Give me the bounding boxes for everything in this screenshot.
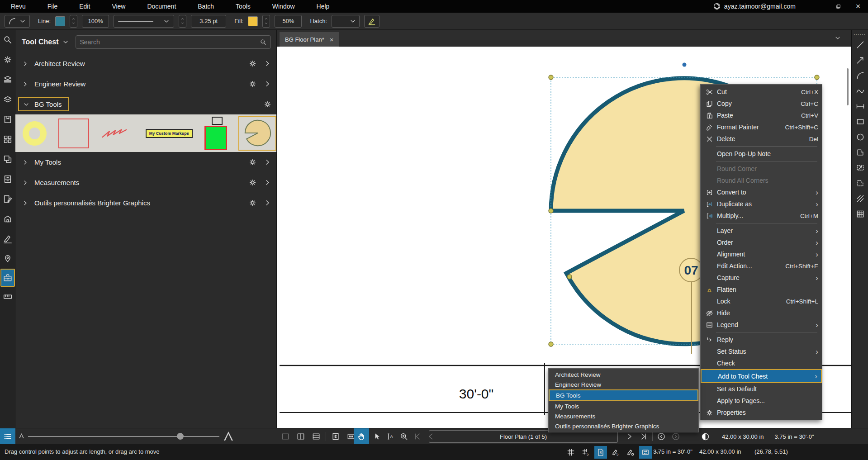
snap-hatch-icon[interactable] [624, 446, 637, 459]
tool-search[interactable] [76, 35, 271, 49]
fill-opacity-stepper[interactable] [262, 15, 270, 28]
panel-tab-thumbnails[interactable] [0, 129, 15, 149]
line-color-swatch[interactable] [55, 16, 65, 26]
markup-tool-arrow[interactable] [852, 52, 868, 68]
menu-item-capture[interactable]: Capture› [701, 272, 822, 284]
select-text-tool-button[interactable]: A [384, 431, 396, 442]
tool-red-polyline[interactable] [101, 127, 133, 140]
markup-tool-rectangle[interactable] [852, 114, 868, 129]
menu-item-set-as-default[interactable]: Set as Default [701, 383, 822, 395]
markup-tool-ellipse[interactable] [852, 129, 868, 145]
menu-item-lock[interactable]: LockCtrl+Shift+L [701, 295, 822, 307]
menu-item-alignment[interactable]: Alignment› [701, 248, 822, 260]
minimize-button[interactable]: — [808, 0, 828, 13]
calibrate-tool-button[interactable] [364, 15, 379, 28]
zoom-tool-button[interactable] [398, 431, 410, 442]
menu-item-hide[interactable]: Hide [701, 307, 822, 319]
menu-item-set-status[interactable]: Set Status› [701, 346, 822, 357]
select-tool-button[interactable] [371, 431, 383, 442]
panel-tab-calibrate[interactable] [0, 287, 15, 307]
menu-view[interactable]: View [101, 3, 136, 10]
panel-tab-studio[interactable] [0, 169, 15, 189]
pan-tool-button[interactable] [354, 428, 369, 445]
menu-item-reply[interactable]: Reply [701, 334, 822, 346]
submenu-item-my-tools[interactable]: My Tools [549, 401, 698, 411]
menu-item-add-to-tool-chest[interactable]: Add to Tool Chest› [701, 369, 822, 383]
gear-icon[interactable] [263, 100, 272, 109]
tool-set-my-tools[interactable]: My Tools [15, 152, 276, 172]
menu-item-format-painter[interactable]: Format PainterCtrl+Shift+C [701, 121, 822, 133]
menu-window[interactable]: Window [261, 3, 306, 10]
first-page-button[interactable] [412, 431, 423, 442]
opacity-slider-track[interactable] [28, 436, 219, 437]
submenu-item-bg-tools[interactable]: BG Tools [549, 389, 698, 401]
fill-opacity-value[interactable]: 50% [275, 15, 302, 28]
restore-button[interactable] [828, 0, 848, 13]
dark-mode-contrast-icon[interactable] [699, 431, 711, 442]
menu-item-copy[interactable]: CopyCtrl+C [701, 98, 822, 109]
tool-set-engineer-review[interactable]: Engineer Review [15, 74, 276, 94]
tool-set-bg-tools[interactable]: BG Tools [15, 94, 276, 114]
menu-item-layer[interactable]: Layer› [701, 225, 822, 237]
panel-tab-markup-summary[interactable] [0, 189, 15, 209]
tool-arc-pacman-selected[interactable] [238, 116, 276, 151]
gear-icon[interactable] [248, 80, 257, 88]
markup-tool-sketch[interactable] [852, 83, 868, 99]
hatch-dropdown[interactable] [332, 15, 360, 28]
tool-custom-markup-label[interactable]: My Custom Markups [146, 129, 193, 138]
snap-to-grid-icon[interactable]: 5 [579, 446, 592, 459]
chevron-down-icon[interactable] [62, 38, 69, 46]
markup-tool-arc[interactable] [852, 68, 868, 83]
menu-item-legend[interactable]: Legend› [701, 319, 822, 331]
fit-page-icon[interactable] [330, 431, 342, 442]
split-horizontal-view-icon[interactable] [310, 431, 322, 442]
account-info[interactable]: ayaz.taimoor@gmail.com [713, 2, 796, 10]
panel-tab-layers[interactable] [0, 90, 15, 109]
gear-icon[interactable] [248, 158, 257, 166]
fill-color-swatch[interactable] [248, 16, 258, 26]
menu-item-paste[interactable]: PasteCtrl+V [701, 109, 822, 121]
chevron-down-icon[interactable] [834, 34, 841, 42]
tool-yellow-ring[interactable] [23, 121, 47, 146]
panel-tab-places[interactable] [0, 249, 15, 269]
menu-edit[interactable]: Edit [68, 3, 101, 10]
gear-icon[interactable] [248, 199, 257, 207]
submenu-item-measurements[interactable]: Measurements [549, 411, 698, 421]
single-pane-view-icon[interactable] [280, 431, 291, 442]
chevron-right-icon[interactable] [263, 178, 272, 187]
markup-tool-capture-polygon[interactable] [852, 175, 868, 191]
panel-tab-bookmarks[interactable] [0, 109, 15, 129]
menu-item-multiply[interactable]: Multiply...Ctrl+M [701, 210, 822, 222]
menu-revu[interactable]: Revu [6, 3, 37, 10]
line-opacity-stepper[interactable] [70, 15, 77, 28]
line-width-value[interactable]: 3.25 pt [191, 15, 226, 28]
menu-item-convert-to[interactable]: Convert to› [701, 186, 822, 198]
tool-green-square[interactable] [204, 117, 227, 150]
panel-tab-measurements[interactable] [0, 229, 15, 249]
chevron-right-icon[interactable] [263, 158, 272, 166]
reuse-markup-tool-icon[interactable] [639, 446, 652, 459]
submenu-item-outils-personnalis-s-brighter-graphics[interactable]: Outils personnalisés Brighter Graphics [549, 421, 698, 431]
panel-tab-tool-chest[interactable] [0, 269, 15, 287]
tab-close-icon[interactable]: × [330, 36, 334, 43]
menu-item-apply-to-pages[interactable]: Apply to Pages... [701, 395, 822, 407]
tool-set-architect-review[interactable]: Architect Review [15, 53, 276, 74]
line-opacity-value[interactable]: 100% [82, 15, 109, 28]
menu-item-check[interactable]: Check [701, 357, 822, 369]
markup-tool-capture-rect[interactable] [852, 160, 868, 175]
opacity-slider-thumb[interactable] [177, 433, 184, 440]
menu-document[interactable]: Document [136, 3, 187, 10]
snap-to-markup-icon[interactable]: 5 [609, 446, 622, 459]
line-width-stepper[interactable] [179, 15, 186, 28]
panel-tab-file-access[interactable] [0, 70, 15, 90]
menu-item-duplicate-as[interactable]: Duplicate as› [701, 198, 822, 210]
panel-tab-3d-model[interactable] [0, 209, 15, 229]
opacity-slider-max-handle[interactable] [224, 432, 233, 441]
search-input[interactable] [80, 38, 260, 46]
menu-tools[interactable]: Tools [225, 3, 261, 10]
chevron-right-icon[interactable] [263, 80, 272, 88]
rotation-handle[interactable] [683, 63, 687, 67]
markup-tool-polygon[interactable] [852, 145, 868, 160]
menu-batch[interactable]: Batch [187, 3, 225, 10]
menu-item-flatten[interactable]: Flatten [701, 284, 822, 295]
